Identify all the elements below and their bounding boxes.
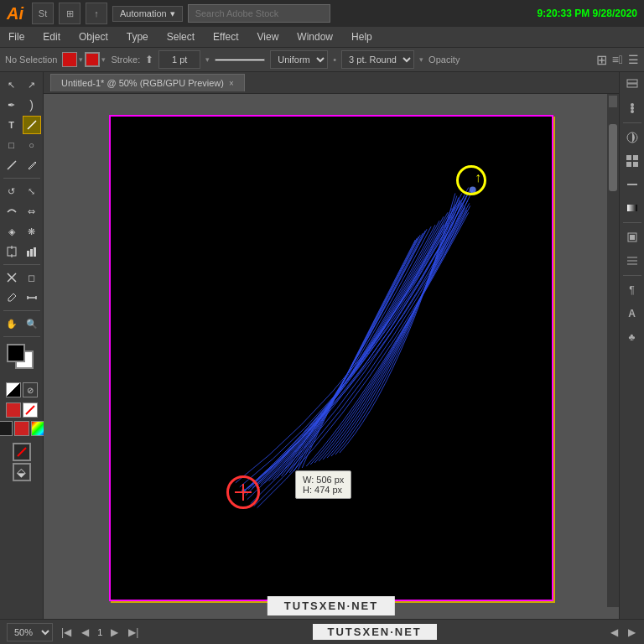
vertical-scrollbar[interactable]	[607, 94, 619, 607]
arrow-icon: ↑	[475, 170, 481, 185]
swap-colors-icon[interactable]	[6, 382, 21, 397]
svg-line-12	[26, 406, 34, 414]
stroke-value-input[interactable]	[158, 50, 200, 69]
paintbrush-tool[interactable]	[3, 156, 21, 174]
menu-view[interactable]: View	[254, 31, 283, 43]
appearance-btn[interactable]	[623, 228, 641, 247]
canvas-area[interactable]: Untitled-1* @ 50% (RGB/GPU Preview) ×	[44, 72, 619, 619]
line-tool[interactable]	[23, 116, 41, 134]
scroll-up-arrow[interactable]	[609, 96, 617, 107]
scroll-left-btn[interactable]: ◀	[609, 626, 620, 638]
menu-file[interactable]: File	[5, 31, 28, 43]
symbol-fill-box[interactable]: ⬙	[13, 463, 31, 481]
warp-tool[interactable]	[3, 202, 21, 221]
black-swatch[interactable]	[0, 421, 13, 436]
prev-btn[interactable]: ◀	[80, 626, 91, 638]
eyedropper-tool[interactable]	[3, 288, 21, 307]
pen-tool[interactable]: ✒	[3, 96, 21, 114]
grid-icon-btn[interactable]: ⊞	[59, 3, 80, 24]
paragraph-panel-btn[interactable]: ¶	[623, 281, 641, 299]
scroll-right-btn[interactable]: ▶	[626, 626, 637, 638]
stroke-label: Stroke:	[111, 55, 140, 65]
svg-rect-25	[633, 155, 638, 160]
next-btn[interactable]: ▶	[109, 626, 120, 638]
watermark-text: TUTSXEN·NET	[284, 600, 378, 612]
type-tool[interactable]: T	[3, 116, 21, 134]
svg-rect-29	[627, 205, 637, 211]
rectangle-tool[interactable]: □	[3, 136, 21, 154]
menu-effect[interactable]: Effect	[210, 31, 242, 43]
tab-title: Untitled-1* @ 50% (RGB/GPU Preview)	[61, 78, 224, 88]
none-fill-box[interactable]	[13, 443, 31, 461]
tab-bar: Untitled-1* @ 50% (RGB/GPU Preview) ×	[44, 72, 619, 94]
next-artboard-btn[interactable]: ▶|	[127, 626, 140, 638]
rotate-tool[interactable]: ↺	[3, 182, 21, 200]
control-bar: No Selection ▾ ▾ Stroke: ⬆ ▾ Uniform • 3…	[0, 47, 644, 72]
stroke-profile-select[interactable]: Uniform	[270, 50, 328, 69]
layers-panel-btn[interactable]	[623, 75, 641, 94]
artboard-container: ↑ W: 506 px H: 474 px	[60, 106, 602, 610]
default-colors-icon[interactable]: ⊘	[23, 382, 38, 397]
menu-edit[interactable]: Edit	[39, 31, 64, 43]
fill-color-box[interactable]	[62, 52, 77, 67]
st-icon-btn[interactable]: St	[32, 3, 54, 24]
automation-button[interactable]: Automation ▾	[112, 6, 183, 22]
zoom-level-select[interactable]: 50% 100% 200%	[7, 623, 53, 641]
bottom-bar: 50% 100% 200% |◀ ◀ 1 ▶ ▶| TUTSXEN·NET ◀ …	[0, 619, 644, 644]
opacity-label: Opacity	[428, 55, 460, 65]
scroll-thumb[interactable]	[609, 124, 617, 191]
column-graph-tool[interactable]	[23, 242, 41, 261]
menu-type[interactable]: Type	[123, 31, 152, 43]
prev-artboard-btn[interactable]: |◀	[60, 626, 73, 638]
menu-window[interactable]: Window	[293, 31, 336, 43]
eraser-tool[interactable]: ◻	[23, 268, 41, 287]
main-area: ↖ ↗ ✒ ) T □ ○ ↺ ⤡	[0, 72, 644, 619]
measure-tool[interactable]	[23, 288, 41, 307]
menu-help[interactable]: Help	[348, 31, 376, 43]
svg-rect-6	[34, 247, 36, 257]
no-fill-icon[interactable]	[23, 402, 38, 418]
ellipse-tool[interactable]: ○	[23, 136, 41, 154]
share-icon-btn[interactable]: ↑	[86, 3, 107, 24]
red-swatch2[interactable]	[14, 421, 29, 436]
blend-tool[interactable]: ◈	[3, 222, 21, 241]
curvature-tool[interactable]: )	[23, 96, 41, 114]
bottom-watermark: TUTSXEN·NET	[313, 624, 437, 640]
hand-tool[interactable]: ✋	[3, 314, 21, 333]
fill-swatch[interactable]	[7, 344, 25, 362]
artboard-tool[interactable]	[3, 242, 21, 261]
stroke-color-box[interactable]	[85, 52, 100, 67]
tab-close-button[interactable]: ×	[229, 79, 234, 88]
svg-rect-27	[633, 162, 638, 167]
pencil-tool[interactable]	[23, 156, 41, 174]
artboard[interactable]: ↑ W: 506 px H: 474 px	[109, 115, 553, 601]
svg-rect-31	[630, 235, 635, 240]
menu-bar: File Edit Object Type Select Effect View…	[0, 27, 644, 47]
menu-select[interactable]: Select	[164, 31, 198, 43]
svg-rect-4	[27, 251, 29, 257]
chevron-down-icon: ▾	[170, 8, 175, 19]
character-panel-btn[interactable]: A	[623, 304, 641, 323]
direct-selection-tool[interactable]: ↗	[23, 75, 41, 94]
width-tool[interactable]: ⇔	[23, 202, 41, 221]
swatches-btn[interactable]	[623, 152, 641, 170]
stroke-panel-btn[interactable]	[623, 175, 641, 194]
selection-tool[interactable]: ↖	[3, 75, 21, 94]
gradient-panel-btn[interactable]	[623, 199, 641, 217]
document-tab[interactable]: Untitled-1* @ 50% (RGB/GPU Preview) ×	[50, 74, 245, 91]
opentype-btn[interactable]: ♣	[623, 328, 641, 346]
symbol-tool[interactable]: ❋	[23, 222, 41, 241]
red-swatch[interactable]	[6, 402, 21, 418]
search-input[interactable]	[188, 4, 330, 23]
scale-tool[interactable]: ⤡	[23, 182, 41, 200]
stroke-cap-select[interactable]: 3 pt. Round	[341, 50, 414, 69]
properties-btn[interactable]	[623, 99, 641, 117]
stroke-line-preview	[215, 59, 265, 61]
ai-logo: Ai	[7, 4, 23, 23]
color-panel-btn[interactable]	[623, 128, 641, 147]
slice-tool[interactable]	[3, 268, 21, 287]
svg-rect-5	[30, 249, 33, 257]
menu-object[interactable]: Object	[75, 31, 112, 43]
align-btn[interactable]	[623, 252, 641, 270]
zoom-tool[interactable]: 🔍	[23, 314, 41, 333]
